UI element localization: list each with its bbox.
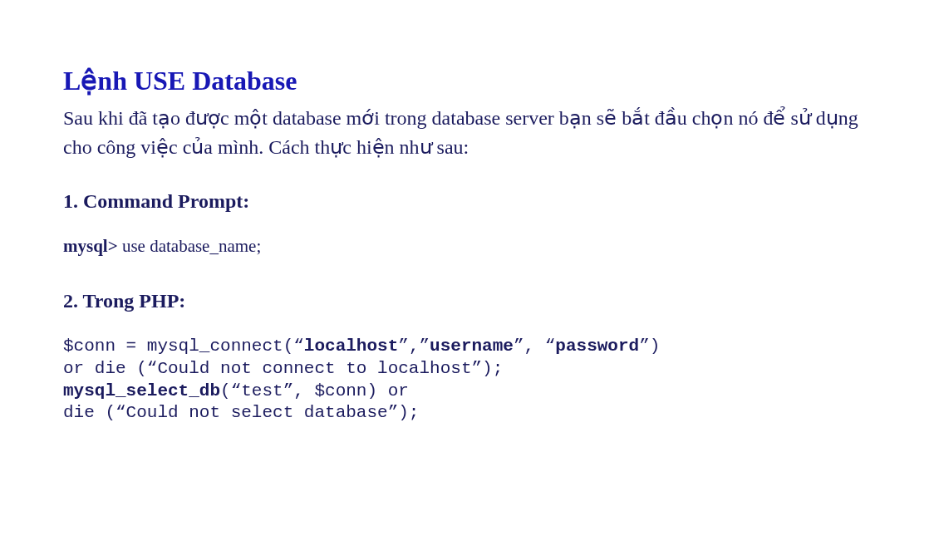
section-heading-php: 2. Trong PHP: xyxy=(63,290,871,312)
mysql-prompt-prefix: mysql> xyxy=(63,236,118,256)
code-text: ”) xyxy=(639,336,660,356)
page-title: Lệnh USE Database xyxy=(63,66,871,96)
code-line-or-die-connect: or die (“Could not connect to localhost”… xyxy=(63,359,503,378)
code-func-select-db: mysql_select_db xyxy=(63,381,220,400)
code-param-username: username xyxy=(430,336,514,356)
code-line-or-die-select: die (“Could not select database”); xyxy=(63,403,419,422)
section-heading-command-prompt: 1. Command Prompt: xyxy=(63,190,871,213)
code-text: ”, “ xyxy=(514,336,555,356)
php-code-block: $conn = mysql_connect(“localhost”,”usern… xyxy=(63,336,871,425)
code-param-localhost: localhost xyxy=(304,336,398,356)
code-text: ”,” xyxy=(398,336,430,356)
mysql-prompt-command: use database_name; xyxy=(118,236,262,256)
code-text: $conn = mysql_connect(“ xyxy=(63,336,304,356)
mysql-prompt-line: mysql> use database_name; xyxy=(63,236,871,257)
code-text: (“test”, $conn) or xyxy=(220,381,409,400)
code-param-password: password xyxy=(555,336,639,356)
intro-paragraph: Sau khi đã tạo được một database mới tro… xyxy=(63,104,871,162)
document-page: Lệnh USE Database Sau khi đã tạo được mộ… xyxy=(0,0,934,425)
